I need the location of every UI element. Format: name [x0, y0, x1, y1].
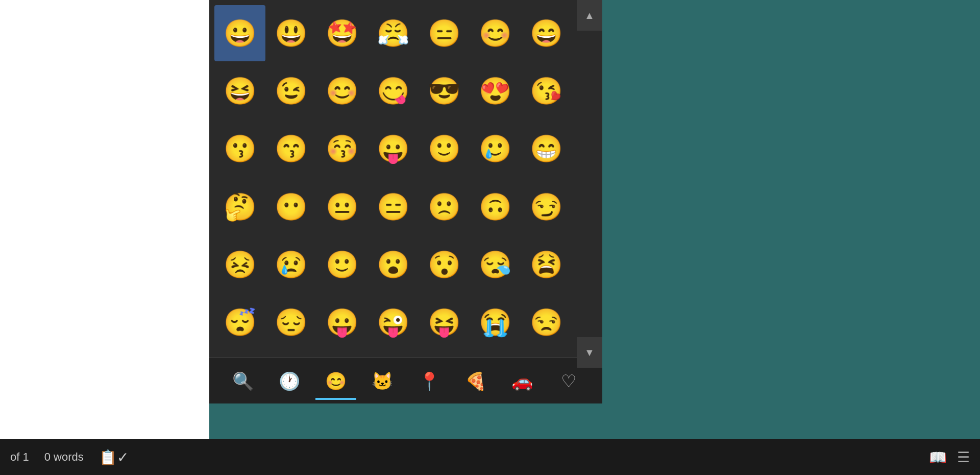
status-bar: of 1 0 words 📋✓ 📖 ☰ — [0, 439, 980, 475]
category-search[interactable]: 🔍 — [223, 363, 263, 399]
emoji-cell[interactable]: 😢 — [265, 236, 316, 293]
category-objects[interactable]: 🚗 — [502, 363, 543, 399]
emoji-cell[interactable]: 😭 — [470, 295, 521, 351]
emoji-cell[interactable]: 😤 — [368, 5, 419, 61]
emoji-cell[interactable]: 😊 — [470, 5, 521, 61]
emoji-cell[interactable]: 😔 — [265, 295, 316, 351]
emoji-cell[interactable]: 😝 — [419, 295, 470, 351]
emoji-cell[interactable]: 😆 — [214, 63, 265, 119]
emoji-cell[interactable]: 😍 — [470, 63, 521, 119]
emoji-cell[interactable]: 😃 — [265, 5, 316, 61]
emoji-cell[interactable]: 😑 — [419, 5, 470, 61]
page-info: of 1 — [10, 450, 29, 464]
category-symbols[interactable]: ♡ — [548, 363, 589, 399]
category-animals[interactable]: 🐱 — [362, 363, 403, 399]
emoji-cell[interactable]: 😁 — [521, 121, 572, 177]
emoji-cell[interactable]: 😑 — [368, 179, 419, 235]
emoji-cell[interactable]: 😐 — [316, 179, 368, 235]
word-count: 0 words — [44, 450, 84, 464]
document-page — [0, 0, 209, 439]
emoji-cell[interactable]: 😒 — [521, 295, 572, 351]
emoji-cell[interactable]: 😴 — [214, 295, 265, 351]
category-recent[interactable]: 🕐 — [269, 363, 310, 399]
emoji-cell[interactable]: 😄 — [521, 5, 572, 61]
emoji-cell[interactable]: 😋 — [368, 63, 419, 119]
emoji-cell[interactable]: 🥲 — [470, 121, 521, 177]
emoji-cell[interactable]: 😘 — [521, 63, 572, 119]
emoji-cell[interactable]: 😯 — [419, 236, 470, 293]
emoji-cell[interactable]: 😪 — [470, 236, 521, 293]
emoji-cell[interactable]: 😣 — [214, 236, 265, 293]
emoji-cell[interactable]: 😚 — [316, 121, 368, 177]
book-icon: 📖 — [929, 449, 947, 466]
emoji-cell[interactable]: 🙂 — [419, 121, 470, 177]
emoji-cell[interactable]: 😙 — [265, 121, 316, 177]
category-travel[interactable]: 📍 — [409, 363, 450, 399]
emoji-cell[interactable]: 😗 — [214, 121, 265, 177]
emoji-cell[interactable]: 😮 — [368, 236, 419, 293]
emoji-cell[interactable]: 😫 — [521, 236, 572, 293]
scroll-up-button[interactable]: ▲ — [577, 0, 602, 31]
emoji-cell[interactable]: 😛 — [368, 121, 419, 177]
emoji-cell[interactable]: 😀 — [214, 5, 265, 61]
emoji-cell[interactable]: 🤔 — [214, 179, 265, 235]
emoji-grid: 😀😃🤩😤😑😊😄😆😉😊😋😎😍😘😗😙😚😛🙂🥲😁🤔😶😐😑🙁🙃😏😣😢🙂😮😯😪😫😴😔😛😜😝… — [209, 0, 602, 358]
emoji-cell[interactable]: 🙁 — [419, 179, 470, 235]
emoji-cell[interactable]: 🙃 — [470, 179, 521, 235]
chevron-up-icon: ▲ — [584, 10, 595, 21]
status-right-icons: 📖 ☰ — [929, 449, 970, 466]
emoji-cell[interactable]: 😎 — [419, 63, 470, 119]
emoji-cell[interactable]: 😛 — [316, 295, 368, 351]
emoji-cell[interactable]: 🙂 — [316, 236, 368, 293]
emoji-cell[interactable]: 😜 — [368, 295, 419, 351]
emoji-picker: ▲ 😀😃🤩😤😑😊😄😆😉😊😋😎😍😘😗😙😚😛🙂🥲😁🤔😶😐😑🙁🙃😏😣😢🙂😮😯😪😫😴😔😛… — [209, 0, 602, 403]
category-food[interactable]: 🍕 — [455, 363, 496, 399]
emoji-cell[interactable]: 😶 — [265, 179, 316, 235]
emoji-cell[interactable]: 😉 — [265, 63, 316, 119]
category-smileys[interactable]: 😊 — [315, 363, 356, 399]
emoji-cell[interactable]: 🤩 — [316, 5, 368, 61]
emoji-cell[interactable]: 😊 — [316, 63, 368, 119]
chevron-down-icon: ▼ — [584, 347, 595, 359]
checkbox-icon: 📋✓ — [99, 449, 129, 466]
emoji-cell[interactable]: 😏 — [521, 179, 572, 235]
lines-icon: ☰ — [957, 449, 970, 466]
category-bar: 🔍🕐😊🐱📍🍕🚗♡ — [209, 358, 602, 403]
